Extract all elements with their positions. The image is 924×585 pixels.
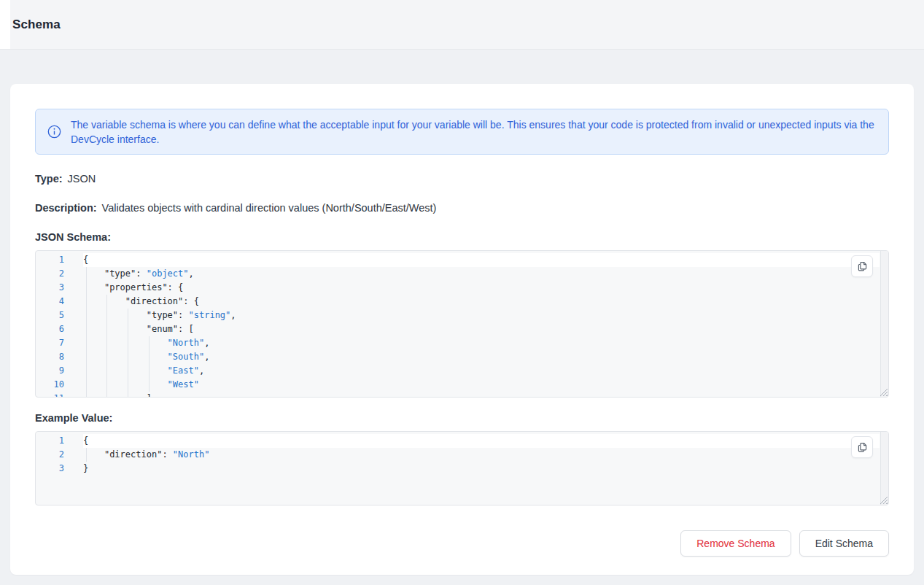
line-number: 1 [36, 253, 83, 267]
remove-schema-button[interactable]: Remove Schema [680, 530, 791, 557]
page-header: Schema [0, 0, 924, 50]
copy-button[interactable] [851, 436, 873, 458]
line-number: 2 [36, 267, 83, 281]
code-line: 11 ] [36, 392, 888, 398]
code-line: 8 "South", [36, 350, 888, 364]
code-line: 2 "type": "object", [36, 267, 888, 281]
code-line: 3} [36, 462, 888, 476]
description-value: Validates objects with cardinal directio… [102, 202, 437, 214]
example-value-editor[interactable]: 1{2 "direction": "North"3} [35, 431, 889, 505]
code-line: 1{ [36, 253, 888, 267]
copy-button[interactable] [851, 255, 873, 277]
type-label: Type: [35, 173, 63, 185]
line-number: 2 [36, 448, 83, 462]
header-left-gap [0, 0, 10, 49]
alert-text: The variable schema is where you can def… [71, 117, 877, 147]
line-number: 6 [36, 322, 83, 336]
line-number: 8 [36, 350, 83, 364]
info-alert: The variable schema is where you can def… [35, 109, 889, 155]
info-icon [47, 125, 61, 139]
example-value-label: Example Value: [35, 412, 889, 424]
line-number: 9 [36, 364, 83, 378]
editor-scrollbar[interactable] [880, 432, 888, 505]
description-label: Description: [35, 202, 97, 214]
card-footer: Remove Schema Edit Schema [35, 530, 889, 557]
copy-icon [856, 260, 869, 273]
line-number: 11 [36, 392, 83, 398]
code-line: 4 "direction": { [36, 295, 888, 309]
editor-scrollbar[interactable] [880, 251, 888, 397]
line-number: 7 [36, 336, 83, 350]
type-row: Type:JSON [35, 173, 889, 185]
code-line: 2 "direction": "North" [36, 448, 888, 462]
json-schema-editor[interactable]: 1{2 "type": "object",3 "properties": {4 … [35, 250, 889, 398]
code-line: 3 "properties": { [36, 281, 888, 295]
code-line: 9 "East", [36, 364, 888, 378]
line-number: 3 [36, 281, 83, 295]
code-line: 6 "enum": [ [36, 322, 888, 336]
page-title: Schema [12, 0, 61, 49]
code-lines[interactable]: 1{2 "direction": "North"3} [36, 432, 888, 476]
schema-card: The variable schema is where you can def… [10, 84, 914, 575]
copy-icon [856, 441, 869, 454]
line-number: 5 [36, 309, 83, 322]
line-number: 1 [36, 434, 83, 448]
code-line: 5 "type": "string", [36, 309, 888, 322]
line-number: 3 [36, 462, 83, 476]
json-schema-label: JSON Schema: [35, 231, 889, 243]
line-number: 10 [36, 378, 83, 392]
code-line: 1{ [36, 434, 888, 448]
line-number: 4 [36, 295, 83, 309]
code-lines[interactable]: 1{2 "type": "object",3 "properties": {4 … [36, 251, 888, 398]
description-row: Description:Validates objects with cardi… [35, 202, 889, 214]
edit-schema-button[interactable]: Edit Schema [799, 530, 889, 557]
code-line: 10 "West" [36, 378, 888, 392]
type-value: JSON [68, 173, 96, 185]
code-line: 7 "North", [36, 336, 888, 350]
